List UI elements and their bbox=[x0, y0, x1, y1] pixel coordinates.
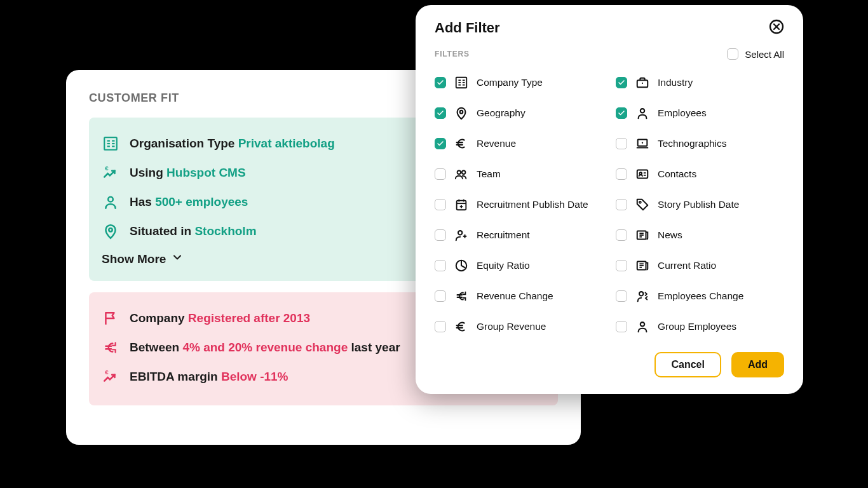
filter-checkbox[interactable] bbox=[435, 77, 446, 88]
team-icon bbox=[454, 167, 469, 181]
pie-icon bbox=[454, 259, 469, 273]
filter-label: News bbox=[658, 229, 682, 241]
filter-item[interactable]: Story Publish Date bbox=[616, 189, 784, 220]
euro-icon bbox=[454, 320, 469, 334]
news-icon bbox=[635, 259, 650, 273]
filter-checkbox[interactable] bbox=[616, 229, 627, 241]
euro-exchange-icon bbox=[102, 339, 119, 356]
modal-title: Add Filter bbox=[435, 20, 500, 36]
close-button[interactable] bbox=[769, 19, 784, 37]
filter-label: Industry bbox=[658, 77, 693, 88]
filter-checkbox[interactable] bbox=[616, 290, 627, 302]
pin-icon bbox=[102, 223, 119, 240]
filter-label: Recruitment Publish Date bbox=[477, 199, 588, 210]
filter-item[interactable]: Recruitment bbox=[435, 220, 603, 250]
filter-item[interactable]: Employees Change bbox=[616, 281, 784, 311]
pin-icon bbox=[454, 106, 469, 120]
building-icon bbox=[102, 135, 119, 152]
filter-label: Recruitment bbox=[477, 229, 530, 241]
filter-label: Revenue bbox=[477, 138, 516, 149]
trend-euro-icon bbox=[102, 165, 119, 181]
filter-label: Employees Change bbox=[658, 290, 743, 302]
filter-item[interactable]: Current Ratio bbox=[616, 250, 784, 281]
filter-label: Current Ratio bbox=[658, 260, 716, 271]
filter-label: Team bbox=[477, 168, 501, 180]
filter-item[interactable]: Geography bbox=[435, 98, 603, 128]
filter-checkbox[interactable] bbox=[435, 168, 446, 180]
filter-label: Revenue Change bbox=[477, 290, 553, 302]
person-swap-icon bbox=[635, 289, 650, 303]
select-all-toggle[interactable]: Select All bbox=[727, 48, 784, 60]
show-more-label: Show More bbox=[102, 252, 166, 266]
filter-item[interactable]: Industry bbox=[616, 67, 784, 98]
filter-checkbox[interactable] bbox=[435, 321, 446, 332]
filter-item[interactable]: Team bbox=[435, 159, 603, 189]
filter-checkbox[interactable] bbox=[435, 138, 446, 149]
select-all-checkbox[interactable] bbox=[727, 48, 738, 60]
fit-row-text: EBITDA margin Below -11% bbox=[130, 370, 288, 384]
tag-icon bbox=[635, 198, 650, 212]
filter-checkbox[interactable] bbox=[435, 229, 446, 241]
filter-checkbox[interactable] bbox=[616, 199, 627, 210]
person-icon bbox=[635, 106, 650, 120]
calendar-plus-icon bbox=[454, 198, 469, 212]
filter-label: Story Publish Date bbox=[658, 199, 739, 210]
filter-checkbox[interactable] bbox=[616, 107, 627, 119]
filter-item[interactable]: News bbox=[616, 220, 784, 250]
euro-icon bbox=[454, 137, 469, 151]
close-icon bbox=[769, 25, 784, 36]
filter-item[interactable]: Company Type bbox=[435, 67, 603, 98]
filter-item[interactable]: Revenue Change bbox=[435, 281, 603, 311]
filter-checkbox[interactable] bbox=[616, 168, 627, 180]
laptop-icon bbox=[635, 137, 650, 151]
filter-checkbox[interactable] bbox=[435, 260, 446, 271]
filter-label: Group Revenue bbox=[477, 321, 546, 332]
fit-row-text: Between 4% and 20% revenue change last y… bbox=[130, 341, 400, 355]
filter-checkbox[interactable] bbox=[616, 321, 627, 332]
building-icon bbox=[454, 76, 469, 90]
fit-row-text: Organisation Type Privat aktiebolag bbox=[130, 137, 335, 151]
filter-checkbox[interactable] bbox=[435, 107, 446, 119]
flag-icon bbox=[102, 310, 119, 327]
filter-item[interactable]: Employees bbox=[616, 98, 784, 128]
filter-label: Contacts bbox=[658, 168, 696, 180]
filter-checkbox[interactable] bbox=[616, 260, 627, 271]
id-card-icon bbox=[635, 167, 650, 181]
filter-label: Technographics bbox=[658, 138, 727, 149]
select-all-label: Select All bbox=[745, 49, 784, 60]
fit-row-text: Situated in Stockholm bbox=[130, 224, 257, 238]
person-icon bbox=[102, 194, 119, 210]
filter-checkbox[interactable] bbox=[616, 138, 627, 149]
fit-row-text: Has 500+ employees bbox=[130, 195, 248, 209]
filter-item[interactable]: Revenue bbox=[435, 128, 603, 159]
filter-label: Company Type bbox=[477, 77, 543, 88]
person-plus-icon bbox=[454, 228, 469, 242]
filter-checkbox[interactable] bbox=[435, 290, 446, 302]
add-button[interactable]: Add bbox=[731, 352, 784, 377]
filter-item[interactable]: Recruitment Publish Date bbox=[435, 189, 603, 220]
fit-row-text: Company Registered after 2013 bbox=[130, 311, 310, 325]
filter-item[interactable]: Group Employees bbox=[616, 311, 784, 342]
filters-section-label: FILTERS bbox=[435, 50, 470, 58]
filter-item[interactable]: Technographics bbox=[616, 128, 784, 159]
filter-item[interactable]: Group Revenue bbox=[435, 311, 603, 342]
trend-euro-icon bbox=[102, 369, 119, 385]
briefcase-icon bbox=[635, 76, 650, 90]
filter-item[interactable]: Contacts bbox=[616, 159, 784, 189]
filter-label: Equity Ratio bbox=[477, 260, 530, 271]
filter-checkbox[interactable] bbox=[616, 77, 627, 88]
add-filter-modal: Add Filter FILTERS Select All Company Ty… bbox=[416, 5, 803, 394]
filter-label: Geography bbox=[477, 107, 526, 119]
chevron-down-icon bbox=[171, 251, 184, 267]
fit-row-text: Using Hubspot CMS bbox=[130, 166, 246, 180]
filter-checkbox[interactable] bbox=[435, 199, 446, 210]
euro-exchange-icon bbox=[454, 289, 469, 303]
person-icon bbox=[635, 320, 650, 334]
filter-label: Group Employees bbox=[658, 321, 736, 332]
cancel-button[interactable]: Cancel bbox=[654, 352, 721, 377]
news-icon bbox=[635, 228, 650, 242]
filter-item[interactable]: Equity Ratio bbox=[435, 250, 603, 281]
filter-label: Employees bbox=[658, 107, 707, 119]
